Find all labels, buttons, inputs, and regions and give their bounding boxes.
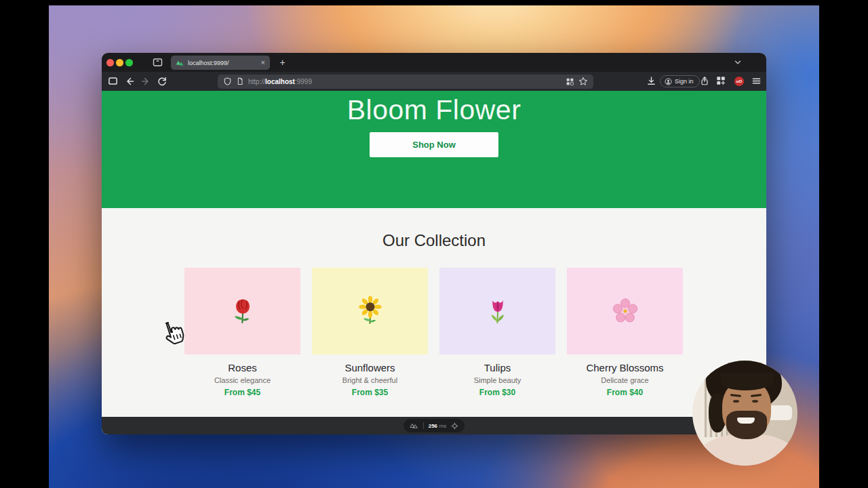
product-grid: Roses Classic elegance From $45 [184,268,683,397]
close-window-button[interactable] [106,59,114,66]
downloads-icon[interactable] [646,76,656,86]
timing-readout: 256 ms [429,422,447,429]
reload-icon[interactable] [157,76,167,87]
ublock-extension-icon[interactable]: uO [734,77,744,86]
site-title: Bloom Flower [102,91,766,126]
tulip-emoji [484,296,512,326]
sign-in-button[interactable]: Sign in [660,75,700,87]
bookmark-star-icon[interactable] [578,77,588,86]
tab-close-icon[interactable]: × [261,59,265,66]
product-name: Cherry Blossoms [567,362,683,373]
url-bar[interactable]: http://localhost:9999 [218,75,593,89]
site-favicon-mountains-icon [176,60,184,66]
product-image [439,268,555,354]
browser-toolbar: http://localhost:9999 Sign in uO [102,72,766,91]
product-tagline: Classic elegance [184,376,300,384]
product-price: From $35 [312,388,428,397]
tab-groups-icon[interactable] [566,77,574,86]
extensions-icon[interactable] [716,76,726,85]
performance-widget[interactable]: 256 ms [403,419,465,432]
product-tagline: Simple beauty [439,376,555,384]
window-status-bar: 256 ms [102,417,766,434]
mountains-logo-icon [410,422,418,429]
chevron-down-icon[interactable] [732,57,743,68]
tab-strip: localhost:9999/ × + [102,53,766,72]
product-price: From $40 [567,388,683,397]
page-info-icon[interactable] [236,77,244,86]
tab-title: localhost:9999/ [188,60,258,66]
collection-heading: Our Collection [102,231,766,250]
zoom-window-button[interactable] [125,59,133,66]
collection-section: Our Collection [102,208,766,417]
sidebar-toggle-icon[interactable] [108,76,118,86]
webcam-person-eye [752,400,758,403]
settings-target-icon[interactable] [451,422,458,430]
webcam-background-pillow [768,405,792,420]
webpage-content: Bloom Flower Shop Now Our Collection [102,91,766,417]
product-card-roses[interactable]: Roses Classic elegance From $45 [184,268,300,397]
sign-in-label: Sign in [675,78,694,85]
product-name: Tulips [439,362,555,373]
menu-icon[interactable] [751,76,762,86]
screen: localhost:9999/ × + [0,0,868,488]
divider [423,422,424,429]
webcam-person-eye [733,400,739,403]
account-icon [665,78,672,85]
product-price: From $30 [439,388,555,397]
product-card-cherry-blossoms[interactable]: Cherry Blossoms Delicate grace From $40 [567,268,683,397]
shield-icon[interactable] [223,77,232,86]
browser-window: localhost:9999/ × + [102,53,766,434]
back-icon[interactable] [124,76,135,87]
webcam-overlay [692,361,797,466]
forward-icon[interactable] [140,76,151,87]
product-image [312,268,428,354]
browser-workspace-icon[interactable] [153,58,163,67]
product-tagline: Bright & cheerful [312,376,428,384]
url-text: http://localhost:9999 [248,78,312,85]
hero-section: Bloom Flower Shop Now [102,91,766,208]
product-price: From $45 [184,388,300,397]
product-image [567,268,683,354]
sunflower-emoji [356,296,384,326]
share-icon[interactable] [700,76,709,86]
product-image [184,268,300,354]
product-tagline: Delicate grace [567,376,683,384]
hand-cursor [158,317,188,355]
shop-now-button[interactable]: Shop Now [370,132,498,157]
webcam-person-smile [737,418,755,424]
webcam-person-beard [726,411,767,439]
product-name: Sunflowers [312,362,428,373]
new-tab-button[interactable]: + [275,56,290,70]
minimize-window-button[interactable] [116,59,123,66]
tab-localhost[interactable]: localhost:9999/ × [171,56,270,70]
product-card-tulips[interactable]: Tulips Simple beauty From $30 [439,268,555,397]
rose-emoji [229,296,257,326]
product-name: Roses [184,362,300,373]
cherry-blossom-emoji [610,296,640,326]
product-card-sunflowers[interactable]: Sunflowers Bright & cheerful From $35 [312,268,428,397]
